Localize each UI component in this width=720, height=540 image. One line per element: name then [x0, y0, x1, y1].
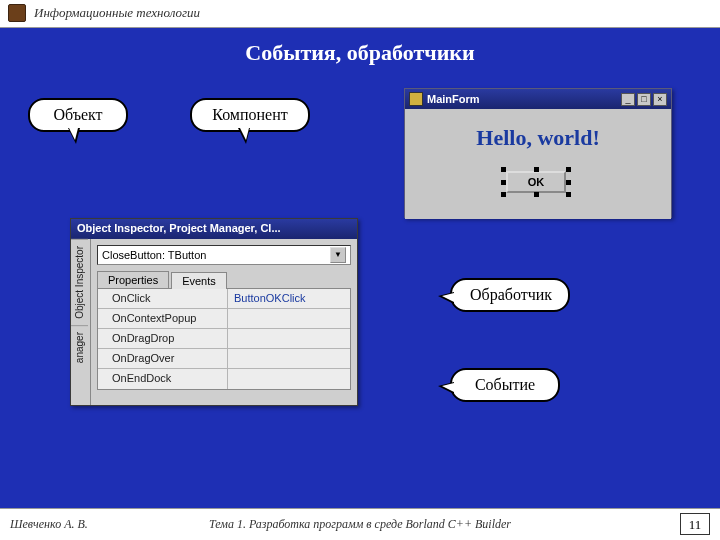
- events-grid: OnClick ButtonOKClick OnContextPopup OnD…: [97, 288, 351, 390]
- event-handler-value[interactable]: [228, 329, 350, 348]
- tab-events[interactable]: Events: [171, 272, 227, 289]
- callout-component-label: Компонент: [212, 106, 287, 123]
- event-handler-value[interactable]: [228, 349, 350, 368]
- event-row[interactable]: OnDragDrop: [98, 329, 350, 349]
- inspector-main: CloseButton: TButton ▼ Properties Events…: [91, 239, 357, 405]
- event-name: OnDragOver: [98, 349, 228, 368]
- component-selector[interactable]: CloseButton: TButton ▼: [97, 245, 351, 265]
- callout-component: Компонент: [190, 98, 310, 132]
- event-row[interactable]: OnDragOver: [98, 349, 350, 369]
- slide-body: События, обработчики Объект Компонент Об…: [0, 28, 720, 508]
- event-handler-value[interactable]: ButtonOKClick: [228, 289, 350, 308]
- resize-handle-icon[interactable]: [501, 167, 506, 172]
- event-row[interactable]: OnClick ButtonOKClick: [98, 289, 350, 309]
- mainform-client-area: Hello, world! OK: [405, 109, 671, 219]
- page-header: Информационные технологии: [0, 0, 720, 28]
- event-handler-value[interactable]: [228, 369, 350, 389]
- resize-handle-icon[interactable]: [501, 192, 506, 197]
- event-handler-value[interactable]: [228, 309, 350, 328]
- side-tab-object-inspector[interactable]: Object Inspector: [71, 239, 88, 325]
- chevron-down-icon[interactable]: ▼: [330, 247, 346, 263]
- side-tab-manager[interactable]: anager: [71, 325, 88, 369]
- callout-event-label: Событие: [475, 376, 535, 393]
- close-icon[interactable]: ×: [653, 93, 667, 106]
- page-footer: Шевченко А. В. Тема 1. Разработка програ…: [0, 508, 720, 540]
- inspector-title: Object Inspector, Project Manager, Cl...: [71, 219, 357, 239]
- maximize-icon[interactable]: □: [637, 93, 651, 106]
- slide-title: События, обработчики: [0, 40, 720, 66]
- event-name: OnEndDock: [98, 369, 228, 389]
- callout-event: Событие: [450, 368, 560, 402]
- event-row[interactable]: OnContextPopup: [98, 309, 350, 329]
- footer-theme: Тема 1. Разработка программ в среде Borl…: [0, 517, 720, 532]
- callout-handler: Обработчик: [450, 278, 570, 312]
- event-name: OnClick: [98, 289, 228, 308]
- logo-icon: [8, 4, 26, 22]
- app-icon: [409, 92, 423, 106]
- callout-object-label: Объект: [53, 106, 102, 123]
- mainform-titlebar: MainForm _ □ ×: [405, 89, 671, 109]
- presentation-slide: Информационные технологии События, обраб…: [0, 0, 720, 540]
- mainform-window: MainForm _ □ × Hello, world!: [404, 88, 672, 218]
- resize-handle-icon[interactable]: [501, 180, 506, 185]
- page-number: 11: [680, 513, 710, 535]
- resize-handle-icon[interactable]: [534, 167, 539, 172]
- minimize-icon[interactable]: _: [621, 93, 635, 106]
- component-selector-value: CloseButton: TButton: [102, 249, 206, 261]
- inspector-side-tabs: Object Inspector anager: [71, 239, 91, 405]
- site-title: Информационные технологии: [34, 5, 200, 21]
- event-name: OnContextPopup: [98, 309, 228, 328]
- object-inspector-window: Object Inspector, Project Manager, Cl...…: [70, 218, 358, 406]
- mainform-title: MainForm: [427, 93, 621, 105]
- tab-properties[interactable]: Properties: [97, 271, 169, 288]
- resize-handle-icon[interactable]: [534, 192, 539, 197]
- callout-handler-label: Обработчик: [470, 286, 552, 303]
- resize-handle-icon[interactable]: [566, 180, 571, 185]
- ok-button[interactable]: OK: [506, 171, 566, 193]
- resize-handle-icon[interactable]: [566, 192, 571, 197]
- hello-label: Hello, world!: [405, 125, 671, 151]
- resize-handle-icon[interactable]: [566, 167, 571, 172]
- event-row[interactable]: OnEndDock: [98, 369, 350, 389]
- ok-button-selection: OK: [503, 169, 569, 195]
- event-name: OnDragDrop: [98, 329, 228, 348]
- callout-object: Объект: [28, 98, 128, 132]
- inspector-tabs: Properties Events: [97, 271, 357, 288]
